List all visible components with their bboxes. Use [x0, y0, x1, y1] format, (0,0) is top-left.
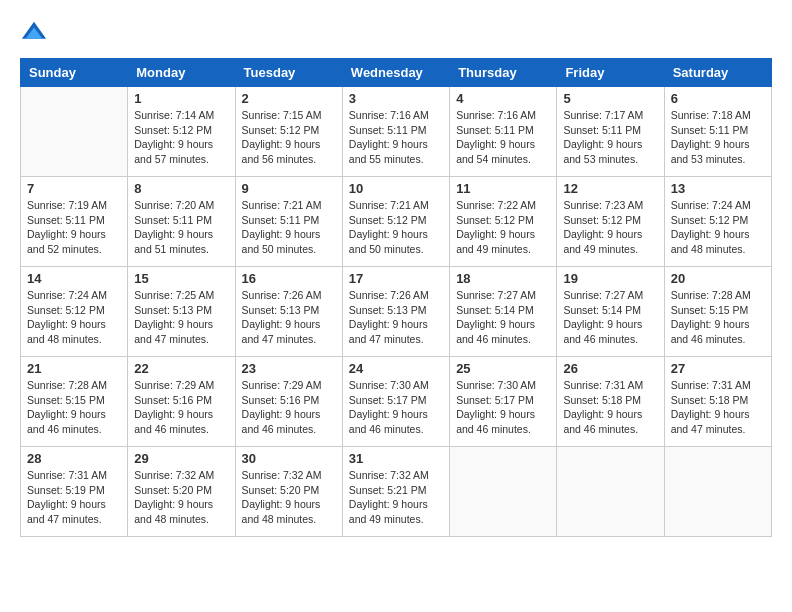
- calendar-cell: 28Sunrise: 7:31 AMSunset: 5:19 PMDayligh…: [21, 447, 128, 537]
- calendar-cell: 18Sunrise: 7:27 AMSunset: 5:14 PMDayligh…: [450, 267, 557, 357]
- week-row-5: 28Sunrise: 7:31 AMSunset: 5:19 PMDayligh…: [21, 447, 772, 537]
- calendar-cell: 12Sunrise: 7:23 AMSunset: 5:12 PMDayligh…: [557, 177, 664, 267]
- day-number: 30: [242, 451, 336, 466]
- day-number: 10: [349, 181, 443, 196]
- day-info: Sunrise: 7:26 AMSunset: 5:13 PMDaylight:…: [349, 288, 443, 347]
- day-number: 18: [456, 271, 550, 286]
- day-info: Sunrise: 7:31 AMSunset: 5:18 PMDaylight:…: [671, 378, 765, 437]
- day-number: 15: [134, 271, 228, 286]
- calendar-header-wednesday: Wednesday: [342, 59, 449, 87]
- day-number: 22: [134, 361, 228, 376]
- day-number: 23: [242, 361, 336, 376]
- calendar-cell: 19Sunrise: 7:27 AMSunset: 5:14 PMDayligh…: [557, 267, 664, 357]
- calendar-cell: 15Sunrise: 7:25 AMSunset: 5:13 PMDayligh…: [128, 267, 235, 357]
- day-info: Sunrise: 7:17 AMSunset: 5:11 PMDaylight:…: [563, 108, 657, 167]
- day-info: Sunrise: 7:20 AMSunset: 5:11 PMDaylight:…: [134, 198, 228, 257]
- calendar-cell: 5Sunrise: 7:17 AMSunset: 5:11 PMDaylight…: [557, 87, 664, 177]
- day-number: 14: [27, 271, 121, 286]
- day-info: Sunrise: 7:30 AMSunset: 5:17 PMDaylight:…: [349, 378, 443, 437]
- day-info: Sunrise: 7:31 AMSunset: 5:18 PMDaylight:…: [563, 378, 657, 437]
- day-number: 19: [563, 271, 657, 286]
- calendar-cell: [450, 447, 557, 537]
- day-number: 1: [134, 91, 228, 106]
- day-number: 21: [27, 361, 121, 376]
- logo-icon: [20, 20, 48, 48]
- day-number: 7: [27, 181, 121, 196]
- calendar-header-monday: Monday: [128, 59, 235, 87]
- week-row-3: 14Sunrise: 7:24 AMSunset: 5:12 PMDayligh…: [21, 267, 772, 357]
- calendar-cell: 16Sunrise: 7:26 AMSunset: 5:13 PMDayligh…: [235, 267, 342, 357]
- day-info: Sunrise: 7:23 AMSunset: 5:12 PMDaylight:…: [563, 198, 657, 257]
- day-number: 12: [563, 181, 657, 196]
- day-info: Sunrise: 7:31 AMSunset: 5:19 PMDaylight:…: [27, 468, 121, 527]
- calendar-cell: 3Sunrise: 7:16 AMSunset: 5:11 PMDaylight…: [342, 87, 449, 177]
- week-row-2: 7Sunrise: 7:19 AMSunset: 5:11 PMDaylight…: [21, 177, 772, 267]
- day-number: 6: [671, 91, 765, 106]
- day-info: Sunrise: 7:19 AMSunset: 5:11 PMDaylight:…: [27, 198, 121, 257]
- day-number: 26: [563, 361, 657, 376]
- calendar-header-friday: Friday: [557, 59, 664, 87]
- day-number: 13: [671, 181, 765, 196]
- day-number: 2: [242, 91, 336, 106]
- calendar-header-tuesday: Tuesday: [235, 59, 342, 87]
- calendar-cell: 8Sunrise: 7:20 AMSunset: 5:11 PMDaylight…: [128, 177, 235, 267]
- calendar-cell: [21, 87, 128, 177]
- day-info: Sunrise: 7:28 AMSunset: 5:15 PMDaylight:…: [671, 288, 765, 347]
- calendar-cell: 13Sunrise: 7:24 AMSunset: 5:12 PMDayligh…: [664, 177, 771, 267]
- day-info: Sunrise: 7:24 AMSunset: 5:12 PMDaylight:…: [27, 288, 121, 347]
- calendar-cell: 10Sunrise: 7:21 AMSunset: 5:12 PMDayligh…: [342, 177, 449, 267]
- calendar-cell: 17Sunrise: 7:26 AMSunset: 5:13 PMDayligh…: [342, 267, 449, 357]
- week-row-4: 21Sunrise: 7:28 AMSunset: 5:15 PMDayligh…: [21, 357, 772, 447]
- calendar-cell: [557, 447, 664, 537]
- calendar-cell: 2Sunrise: 7:15 AMSunset: 5:12 PMDaylight…: [235, 87, 342, 177]
- calendar-cell: 26Sunrise: 7:31 AMSunset: 5:18 PMDayligh…: [557, 357, 664, 447]
- day-info: Sunrise: 7:32 AMSunset: 5:20 PMDaylight:…: [134, 468, 228, 527]
- calendar-cell: 7Sunrise: 7:19 AMSunset: 5:11 PMDaylight…: [21, 177, 128, 267]
- calendar-cell: 11Sunrise: 7:22 AMSunset: 5:12 PMDayligh…: [450, 177, 557, 267]
- day-number: 8: [134, 181, 228, 196]
- day-number: 31: [349, 451, 443, 466]
- day-info: Sunrise: 7:32 AMSunset: 5:20 PMDaylight:…: [242, 468, 336, 527]
- day-info: Sunrise: 7:24 AMSunset: 5:12 PMDaylight:…: [671, 198, 765, 257]
- calendar-cell: 4Sunrise: 7:16 AMSunset: 5:11 PMDaylight…: [450, 87, 557, 177]
- calendar-cell: 27Sunrise: 7:31 AMSunset: 5:18 PMDayligh…: [664, 357, 771, 447]
- day-info: Sunrise: 7:25 AMSunset: 5:13 PMDaylight:…: [134, 288, 228, 347]
- day-info: Sunrise: 7:27 AMSunset: 5:14 PMDaylight:…: [456, 288, 550, 347]
- calendar-table: SundayMondayTuesdayWednesdayThursdayFrid…: [20, 58, 772, 537]
- calendar-cell: 9Sunrise: 7:21 AMSunset: 5:11 PMDaylight…: [235, 177, 342, 267]
- calendar-header-thursday: Thursday: [450, 59, 557, 87]
- calendar-cell: 14Sunrise: 7:24 AMSunset: 5:12 PMDayligh…: [21, 267, 128, 357]
- day-number: 17: [349, 271, 443, 286]
- day-number: 4: [456, 91, 550, 106]
- calendar-cell: [664, 447, 771, 537]
- calendar-cell: 20Sunrise: 7:28 AMSunset: 5:15 PMDayligh…: [664, 267, 771, 357]
- day-info: Sunrise: 7:15 AMSunset: 5:12 PMDaylight:…: [242, 108, 336, 167]
- day-number: 5: [563, 91, 657, 106]
- calendar-header-saturday: Saturday: [664, 59, 771, 87]
- day-info: Sunrise: 7:29 AMSunset: 5:16 PMDaylight:…: [242, 378, 336, 437]
- day-info: Sunrise: 7:27 AMSunset: 5:14 PMDaylight:…: [563, 288, 657, 347]
- calendar-cell: 29Sunrise: 7:32 AMSunset: 5:20 PMDayligh…: [128, 447, 235, 537]
- day-number: 29: [134, 451, 228, 466]
- day-info: Sunrise: 7:28 AMSunset: 5:15 PMDaylight:…: [27, 378, 121, 437]
- day-info: Sunrise: 7:22 AMSunset: 5:12 PMDaylight:…: [456, 198, 550, 257]
- day-number: 25: [456, 361, 550, 376]
- calendar-cell: 21Sunrise: 7:28 AMSunset: 5:15 PMDayligh…: [21, 357, 128, 447]
- day-info: Sunrise: 7:30 AMSunset: 5:17 PMDaylight:…: [456, 378, 550, 437]
- calendar-cell: 31Sunrise: 7:32 AMSunset: 5:21 PMDayligh…: [342, 447, 449, 537]
- calendar-cell: 24Sunrise: 7:30 AMSunset: 5:17 PMDayligh…: [342, 357, 449, 447]
- day-number: 24: [349, 361, 443, 376]
- page-header: [20, 20, 772, 48]
- day-info: Sunrise: 7:16 AMSunset: 5:11 PMDaylight:…: [349, 108, 443, 167]
- day-info: Sunrise: 7:21 AMSunset: 5:12 PMDaylight:…: [349, 198, 443, 257]
- day-number: 9: [242, 181, 336, 196]
- day-info: Sunrise: 7:18 AMSunset: 5:11 PMDaylight:…: [671, 108, 765, 167]
- calendar-cell: 25Sunrise: 7:30 AMSunset: 5:17 PMDayligh…: [450, 357, 557, 447]
- day-number: 27: [671, 361, 765, 376]
- day-info: Sunrise: 7:21 AMSunset: 5:11 PMDaylight:…: [242, 198, 336, 257]
- day-number: 28: [27, 451, 121, 466]
- day-number: 11: [456, 181, 550, 196]
- logo: [20, 20, 52, 48]
- calendar-cell: 6Sunrise: 7:18 AMSunset: 5:11 PMDaylight…: [664, 87, 771, 177]
- day-number: 20: [671, 271, 765, 286]
